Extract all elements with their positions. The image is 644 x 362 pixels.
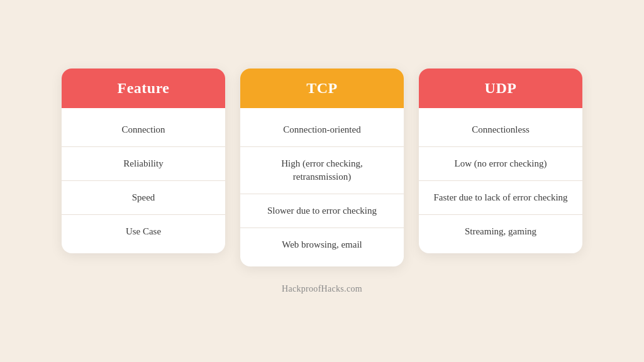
- card-row-tcp-3: Web browsing, email: [240, 228, 404, 261]
- card-row-udp-0: Connectionless: [419, 113, 582, 147]
- card-header-tcp: TCP: [240, 69, 404, 108]
- card-header-text-udp: UDP: [485, 80, 517, 96]
- card-feature: FeatureConnectionReliabilitySpeedUse Cas…: [62, 69, 225, 253]
- card-row-feature-1: Reliability: [62, 147, 225, 181]
- card-row-feature-3: Use Case: [62, 215, 225, 248]
- card-rows-tcp: Connection-orientedHigh (error checking,…: [240, 108, 404, 266]
- footer-text: HackproofHacks.com: [282, 284, 362, 294]
- card-row-feature-2: Speed: [62, 181, 225, 215]
- card-tcp: TCPConnection-orientedHigh (error checki…: [240, 69, 404, 266]
- card-row-udp-2: Faster due to lack of error checking: [419, 181, 582, 215]
- card-header-text-feature: Feature: [117, 80, 169, 96]
- card-header-udp: UDP: [419, 69, 582, 108]
- card-row-tcp-0: Connection-oriented: [240, 113, 404, 147]
- card-row-tcp-2: Slower due to error checking: [240, 194, 404, 228]
- card-udp: UDPConnectionlessLow (no error checking)…: [419, 69, 582, 253]
- card-row-feature-0: Connection: [62, 113, 225, 147]
- card-row-udp-3: Streaming, gaming: [419, 215, 582, 248]
- card-row-tcp-1: High (error checking, retransmission): [240, 147, 404, 194]
- card-row-udp-1: Low (no error checking): [419, 147, 582, 181]
- card-rows-feature: ConnectionReliabilitySpeedUse Case: [62, 108, 225, 253]
- card-rows-udp: ConnectionlessLow (no error checking)Fas…: [419, 108, 582, 253]
- card-header-text-tcp: TCP: [306, 80, 338, 96]
- cards-container: FeatureConnectionReliabilitySpeedUse Cas…: [62, 69, 582, 266]
- card-header-feature: Feature: [62, 69, 225, 108]
